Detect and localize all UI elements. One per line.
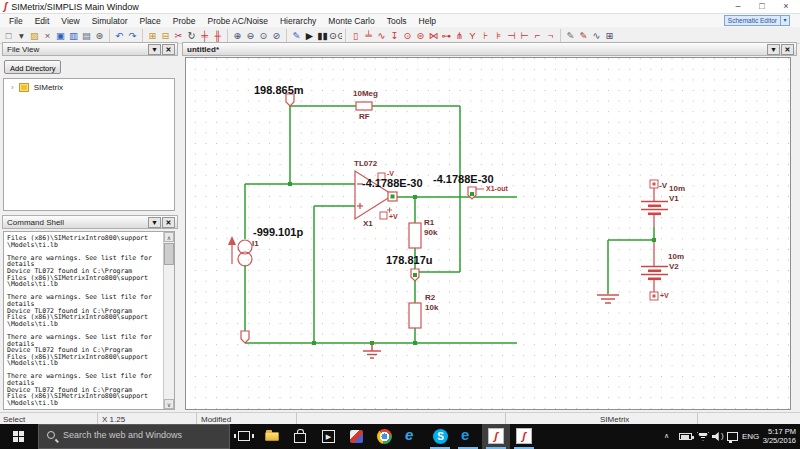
inductor-icon[interactable]: ⊶ (440, 28, 453, 43)
transformer-icon[interactable]: ⋈ (427, 28, 440, 43)
separator[interactable] (142, 29, 143, 42)
vneg-terminal-label[interactable]: -V (659, 181, 667, 190)
scroll-up-icon[interactable]: ∧ (164, 232, 174, 242)
new-dropdown-icon[interactable]: ▾ (15, 28, 28, 43)
npn-transistor-icon[interactable]: ⋔ (453, 28, 466, 43)
resistor-rf[interactable] (356, 102, 372, 110)
zoom-in-icon[interactable]: ⊕ (231, 28, 244, 43)
r1-value-label[interactable]: 90k (424, 228, 437, 237)
search-input[interactable] (63, 430, 223, 440)
clock[interactable]: 5:17 PM 3/25/2016 (763, 428, 796, 445)
menu-item[interactable]: View (55, 14, 85, 27)
collapse-panel-icon[interactable]: ▼ (148, 44, 161, 55)
battery-icon[interactable] (679, 433, 692, 440)
skype-button[interactable]: S (426, 424, 454, 449)
save-icon[interactable]: ▣ (54, 28, 67, 43)
file-explorer-button[interactable] (258, 424, 286, 449)
pmos-icon[interactable]: ⊧ (492, 28, 505, 43)
task-view-button[interactable] (230, 424, 258, 449)
edge-button[interactable]: e (454, 424, 482, 449)
close-panel-icon[interactable]: ✕ (781, 44, 794, 55)
zoom-area-icon[interactable]: ⊘ (270, 28, 283, 43)
tree-item-simetrix[interactable]: › SIMetrix (4, 79, 174, 92)
paint-app-button[interactable] (342, 424, 370, 449)
menu-item[interactable]: Monte Carlo (322, 14, 380, 27)
maximize-button[interactable]: □ (750, 0, 774, 13)
search-box[interactable] (38, 424, 230, 449)
open-file-icon[interactable]: ▨ (28, 28, 41, 43)
zoom-out-icon[interactable]: ⊖ (244, 28, 257, 43)
redo-icon[interactable]: ↷ (126, 28, 139, 43)
cut-icon[interactable]: ✂ (172, 28, 185, 43)
tray-chevron-icon[interactable]: ∧ (664, 432, 669, 440)
out-value-1-label[interactable]: -4.1788E-30 (362, 177, 423, 189)
probe-pen-icon[interactable]: ✎ (577, 28, 590, 43)
start-button[interactable] (0, 424, 38, 449)
menu-item[interactable]: Hierarchy (274, 14, 322, 27)
rf-name-label[interactable]: RF (359, 112, 370, 121)
separator[interactable] (286, 29, 287, 42)
minimize-button[interactable]: – (726, 0, 750, 13)
add-curve-icon[interactable]: ⊞ (603, 28, 616, 43)
mode-selector-label[interactable]: Schematic Editor (724, 15, 781, 26)
zoom-fit-icon[interactable]: ⊙ (257, 28, 270, 43)
menu-item[interactable]: File (3, 14, 29, 27)
separator[interactable] (109, 29, 110, 42)
add-directory-button[interactable]: Add Directory (4, 60, 61, 74)
save-as-icon[interactable]: ▥ (67, 28, 80, 43)
rf-value-label[interactable]: 10Meg (353, 89, 378, 98)
ground-icon[interactable]: ╧ (362, 28, 375, 43)
close-panel-icon[interactable]: ✕ (162, 217, 175, 228)
separator[interactable] (227, 29, 228, 42)
curve-probe-icon[interactable]: ∿ (590, 28, 603, 43)
internet-explorer-button[interactable]: e (398, 424, 426, 449)
schematic-canvas[interactable]: 198.865m 10Meg RF TL072 -V -4.1788E-30 -… (185, 57, 791, 410)
r1-name-label[interactable]: R1 (424, 218, 434, 227)
v1-value-label[interactable]: 10m (669, 184, 685, 193)
settings-gear-icon[interactable]: ⊛ (93, 28, 106, 43)
menu-item[interactable]: Place (134, 14, 167, 27)
v2-value-label[interactable]: 10m (668, 252, 684, 261)
expander-icon[interactable]: › (11, 83, 14, 92)
mode-selector[interactable]: Schematic Editor ▾ (724, 15, 790, 26)
sine-source-icon[interactable]: ∿ (375, 28, 388, 43)
paste-icon[interactable]: ⊟ (159, 28, 172, 43)
schematic-tab-header[interactable]: untitled* ▼ ✕ (182, 42, 797, 56)
collapse-panel-icon[interactable]: ▼ (767, 44, 780, 55)
collapse-panel-icon[interactable]: ▼ (148, 217, 161, 228)
close-panel-icon[interactable]: ✕ (162, 44, 175, 55)
chevron-down-icon[interactable]: ▾ (781, 15, 790, 26)
undo-icon[interactable]: ↶ (113, 28, 126, 43)
resistor-r1[interactable] (409, 223, 421, 248)
resistor-icon[interactable]: ▯ (349, 28, 362, 43)
language-indicator[interactable]: ENG (742, 432, 759, 441)
rotate-icon[interactable]: ↻ (185, 28, 198, 43)
r2-value-label[interactable]: 10k (425, 303, 438, 312)
pnp-transistor-icon[interactable]: Y (466, 28, 479, 43)
out-value-2-label[interactable]: -4.1788E-30 (433, 173, 494, 185)
scroll-thumb[interactable] (164, 243, 174, 265)
shell-scrollbar[interactable]: ∧ ∨ (163, 232, 174, 409)
copy-icon[interactable]: ⊞ (146, 28, 159, 43)
menu-item[interactable]: Probe AC/Noise (202, 14, 274, 27)
separator[interactable] (560, 29, 561, 42)
menu-item[interactable]: Help (413, 14, 442, 27)
pause-icon[interactable]: ▮▮ (316, 28, 329, 43)
mid-value-label[interactable]: 178.817u (386, 254, 432, 266)
print-icon[interactable]: ▤ (80, 28, 93, 43)
simetrix-window-button-active[interactable]: ʃ (482, 424, 510, 449)
resistor-r2[interactable] (409, 303, 421, 328)
run-icon[interactable]: ▶ (303, 28, 316, 43)
menu-item[interactable]: Edit (29, 14, 56, 27)
draw-wire-icon[interactable]: ✎ (290, 28, 303, 43)
ground-symbol-mid[interactable] (363, 344, 381, 358)
file-tree[interactable]: › SIMetrix (3, 78, 175, 211)
chrome-button[interactable] (370, 424, 398, 449)
movies-tv-button[interactable]: ▶ (314, 424, 342, 449)
store-button[interactable] (286, 424, 314, 449)
current-source-i1[interactable] (228, 236, 252, 266)
terminal-symbol[interactable] (241, 331, 249, 343)
opamp-pos-pin-label[interactable]: +V (389, 213, 398, 220)
probe-in-value-label[interactable]: 198.865m (254, 84, 304, 96)
i1-name-label[interactable]: I1 (252, 239, 259, 248)
